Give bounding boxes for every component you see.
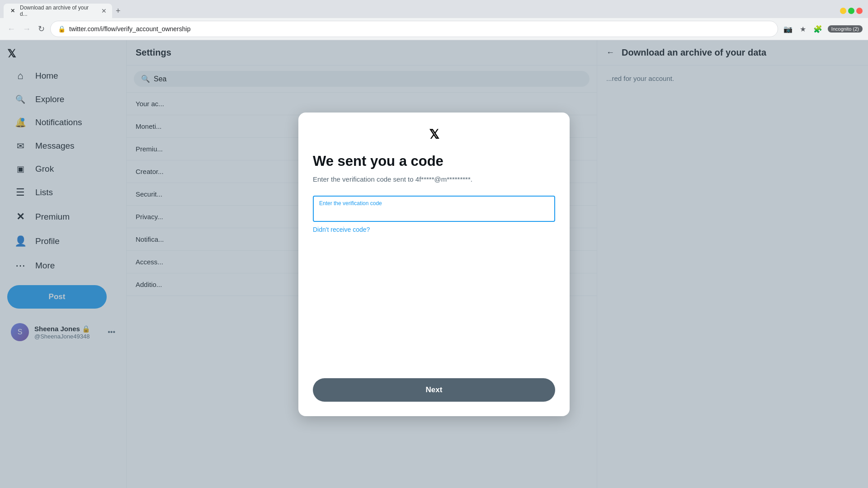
modal-logo: 𝕏: [313, 127, 555, 142]
address-text: twitter.com/i/flow/verify_account_owners…: [69, 25, 770, 33]
bookmark-icon[interactable]: ★: [798, 23, 808, 35]
modal-subtitle: Enter the verification code sent to 4f**…: [313, 175, 555, 183]
back-nav-button[interactable]: ←: [5, 23, 17, 36]
reload-button[interactable]: ↻: [36, 22, 47, 36]
verification-input-wrapper[interactable]: Enter the verification code: [313, 196, 555, 222]
browser-tab[interactable]: ✕ Download an archive of your d... ✕: [4, 4, 112, 18]
verification-code-input[interactable]: [319, 208, 549, 217]
toolbar-icons: 📷 ★ 🧩 Incognito (2): [782, 23, 863, 35]
page-content: 𝕏 ⌂ Home 🔍 Explore 🔔 Notification: [0, 40, 868, 488]
next-button[interactable]: Next: [313, 378, 555, 402]
modal-overlay: 𝕏 We sent you a code Enter the verificat…: [0, 40, 868, 488]
camera-icon[interactable]: 📷: [782, 23, 794, 35]
tab-close-button[interactable]: ✕: [101, 7, 107, 14]
modal-x-logo-icon: 𝕏: [429, 127, 439, 142]
new-tab-button[interactable]: +: [112, 6, 124, 16]
window-controls: [840, 8, 868, 14]
verification-input-label: Enter the verification code: [319, 200, 549, 206]
browser-toolbar: ← → ↻ 🔒 twitter.com/i/flow/verify_accoun…: [0, 18, 868, 40]
minimize-button[interactable]: [840, 8, 846, 14]
modal-footer: Next: [313, 378, 555, 402]
close-button[interactable]: [856, 8, 863, 14]
forward-nav-button[interactable]: →: [21, 23, 33, 36]
lock-icon: 🔒: [58, 25, 66, 33]
tab-favicon: ✕: [9, 7, 16, 14]
tab-bar: ✕ Download an archive of your d... ✕ +: [0, 0, 868, 18]
maximize-button[interactable]: [848, 8, 854, 14]
resend-code-link[interactable]: Didn't receive code?: [313, 226, 370, 233]
tab-title: Download an archive of your d...: [20, 5, 98, 17]
modal-title: We sent you a code: [313, 153, 555, 169]
incognito-badge: Incognito (2): [828, 25, 863, 33]
browser-chrome: ✕ Download an archive of your d... ✕ + ←…: [0, 0, 868, 40]
extension-icon[interactable]: 🧩: [811, 23, 824, 35]
verification-modal: 𝕏 We sent you a code Enter the verificat…: [298, 113, 570, 416]
address-bar[interactable]: 🔒 twitter.com/i/flow/verify_account_owne…: [50, 21, 778, 37]
